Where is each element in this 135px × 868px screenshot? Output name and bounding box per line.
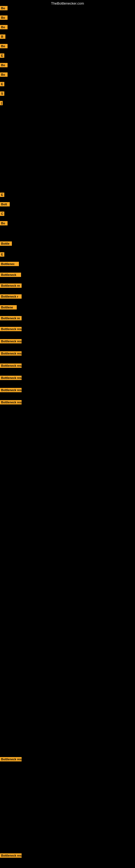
label-b1: Bottleneck res — [0, 757, 21, 762]
label-10: S — [0, 91, 4, 96]
label-22: Bottlene — [0, 305, 17, 310]
label-7: Bo — [0, 63, 8, 67]
label-21: Bottleneck r — [0, 294, 21, 299]
label-28: Bottleneck resu — [0, 376, 21, 380]
label-25: Bottleneck res — [0, 339, 21, 343]
site-title: TheBottlenecker.com — [51, 1, 84, 5]
label-b2: Bottleneck res — [0, 854, 21, 858]
label-4: B — [0, 34, 5, 39]
label-26: Bottleneck res — [0, 351, 21, 355]
label-30: Bottleneck res — [0, 400, 21, 404]
label-8: Bo — [0, 72, 8, 77]
label-17: E — [0, 252, 4, 257]
label-18: Bottlenec — [0, 262, 19, 266]
label-11: | — [0, 101, 3, 105]
label-19: Bottleneck — [0, 273, 21, 277]
label-16: Bottle — [0, 241, 12, 246]
label-2: Bo — [0, 16, 8, 20]
label-20: Bottleneck re — [0, 283, 21, 288]
label-1: Bo — [0, 6, 8, 10]
label-15: Bo — [0, 221, 8, 225]
label-6: E — [0, 54, 4, 58]
label-29: Bottleneck resu — [0, 388, 21, 392]
label-23: Bottleneck re — [0, 316, 21, 320]
label-5: Bo — [0, 44, 8, 48]
label-9: E — [0, 82, 4, 86]
label-12: E — [0, 193, 4, 197]
label-24: Bottleneck res — [0, 327, 21, 331]
label-13: Bott — [0, 202, 10, 207]
label-27: Bottleneck resu — [0, 364, 21, 368]
label-14: C — [0, 212, 4, 216]
label-3: Bo — [0, 25, 8, 29]
